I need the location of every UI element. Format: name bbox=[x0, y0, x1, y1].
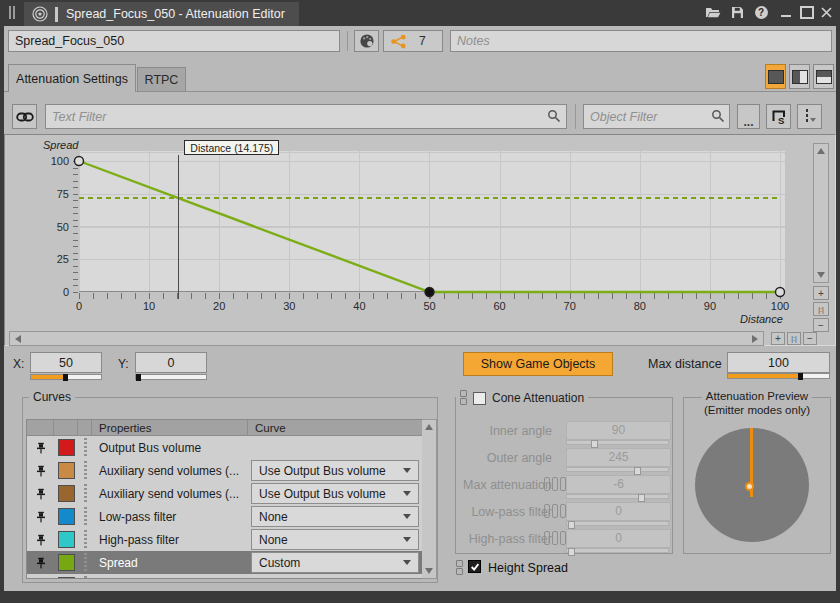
pin-icon[interactable] bbox=[27, 511, 54, 523]
curve-color-cell[interactable] bbox=[54, 485, 78, 502]
curve-row-output-bus-volume[interactable]: Output Bus volume bbox=[27, 436, 422, 459]
curve-color-cell[interactable] bbox=[54, 462, 78, 479]
graph-vertical-scrollbar[interactable] bbox=[813, 143, 829, 283]
pin-icon[interactable] bbox=[27, 534, 54, 546]
pin-icon[interactable] bbox=[27, 557, 54, 569]
object-filter-input[interactable] bbox=[583, 104, 730, 129]
curve-anchor-point[interactable] bbox=[776, 288, 785, 297]
save-icon[interactable] bbox=[728, 4, 746, 21]
curve-color-swatch[interactable] bbox=[58, 531, 75, 548]
curves-table-scrollbar[interactable] bbox=[422, 419, 437, 579]
tab-rtpc[interactable]: RTPC bbox=[137, 67, 186, 91]
curve-type-dropdown[interactable]: Custom bbox=[251, 552, 419, 573]
minimize-icon[interactable] bbox=[777, 4, 795, 21]
layout-horizontal-split-button[interactable] bbox=[813, 64, 834, 89]
scroll-up-arrow[interactable] bbox=[817, 148, 825, 154]
close-icon[interactable] bbox=[817, 4, 835, 21]
pin-icon[interactable] bbox=[27, 488, 54, 500]
zoom-fit-horizontal-button[interactable]: |:| bbox=[787, 332, 801, 345]
curve-row-partial[interactable] bbox=[27, 574, 422, 579]
scroll-down-arrow[interactable] bbox=[425, 568, 433, 574]
more-options-button[interactable]: ... bbox=[737, 104, 760, 129]
outer-angle-slider[interactable] bbox=[566, 467, 669, 472]
curve-color-swatch[interactable] bbox=[58, 577, 75, 579]
max-attenuation-field[interactable]: -6 bbox=[566, 475, 671, 494]
layout-single-pane-button[interactable] bbox=[765, 64, 786, 89]
max-distance-slider[interactable] bbox=[727, 373, 830, 379]
zoom-in-horizontal-button[interactable]: + bbox=[771, 332, 785, 345]
row-grip[interactable] bbox=[78, 461, 92, 480]
pin-icon[interactable] bbox=[27, 442, 54, 454]
inner-angle-slider[interactable] bbox=[566, 440, 669, 445]
slider-marker[interactable] bbox=[63, 374, 68, 381]
slider-marker[interactable] bbox=[634, 467, 641, 475]
rtpc-link-widget[interactable] bbox=[544, 531, 566, 545]
window-title-tab[interactable]: Spread_Focus_050 - Attenuation Editor bbox=[24, 2, 299, 26]
cone-attenuation-checkbox[interactable] bbox=[473, 392, 486, 405]
max-attenuation-slider[interactable] bbox=[566, 494, 669, 499]
show-game-objects-button[interactable]: Show Game Objects bbox=[463, 352, 613, 376]
row-grip[interactable] bbox=[78, 576, 92, 579]
open-icon[interactable] bbox=[704, 4, 722, 21]
curve-color-swatch[interactable] bbox=[58, 485, 75, 502]
curve-color-swatch[interactable] bbox=[58, 508, 75, 525]
curve-type-dropdown[interactable]: None bbox=[251, 529, 419, 550]
curve-color-cell[interactable] bbox=[54, 531, 78, 548]
row-grip[interactable] bbox=[78, 530, 92, 549]
layout-vertical-split-button[interactable] bbox=[789, 64, 810, 89]
sharesets-button[interactable]: 7 bbox=[383, 30, 443, 52]
color-palette-button[interactable] bbox=[354, 30, 379, 52]
link-indicator-button[interactable] bbox=[12, 104, 37, 129]
pin-icon[interactable] bbox=[27, 465, 54, 477]
y-coordinate-slider[interactable] bbox=[135, 374, 207, 380]
scroll-left-arrow[interactable] bbox=[15, 335, 21, 343]
text-filter-input[interactable] bbox=[45, 104, 567, 129]
cone-high-pass-field[interactable]: 0 bbox=[566, 529, 671, 548]
curve-color-cell[interactable] bbox=[54, 577, 78, 579]
curve-type-dropdown[interactable]: Use Output Bus volume bbox=[251, 460, 419, 481]
max-distance-input[interactable] bbox=[727, 352, 830, 373]
selection-channel-button[interactable]: S bbox=[766, 104, 791, 129]
rtpc-link-widget[interactable] bbox=[544, 477, 566, 491]
curve-anchor-point[interactable] bbox=[75, 157, 84, 166]
zoom-fit-vertical-button[interactable]: |:| bbox=[813, 302, 829, 316]
cone-low-pass-slider[interactable] bbox=[566, 521, 669, 526]
height-spread-checkbox[interactable] bbox=[468, 560, 481, 573]
scroll-right-arrow[interactable] bbox=[752, 335, 758, 343]
scroll-down-arrow[interactable] bbox=[817, 272, 825, 278]
slider-marker[interactable] bbox=[568, 521, 575, 529]
outer-angle-field[interactable]: 245 bbox=[566, 448, 671, 467]
inner-angle-field[interactable]: 90 bbox=[566, 421, 671, 440]
x-coordinate-input[interactable] bbox=[30, 352, 102, 373]
curve-row-aux-send-2[interactable]: Auxiliary send volumes (... Use Output B… bbox=[27, 482, 422, 505]
curve-color-cell[interactable] bbox=[54, 554, 78, 571]
curve-color-cell[interactable] bbox=[54, 439, 78, 456]
y-coordinate-input[interactable] bbox=[135, 352, 207, 373]
zoom-out-vertical-button[interactable]: − bbox=[813, 318, 829, 332]
attenuation-curve[interactable] bbox=[79, 161, 780, 292]
rtpc-link-widget[interactable] bbox=[456, 560, 463, 576]
dock-grip-icon[interactable] bbox=[9, 6, 17, 22]
scroll-up-arrow[interactable] bbox=[425, 424, 433, 430]
zoom-out-horizontal-button[interactable]: − bbox=[803, 332, 817, 345]
curve-anchor-point[interactable] bbox=[425, 288, 434, 297]
curve-row-low-pass-filter[interactable]: Low-pass filter None bbox=[27, 505, 422, 528]
curve-color-swatch[interactable] bbox=[58, 554, 75, 571]
slider-marker[interactable] bbox=[591, 440, 598, 448]
curve-type-dropdown[interactable]: None bbox=[251, 506, 419, 527]
row-grip[interactable] bbox=[78, 507, 92, 526]
zoom-in-vertical-button[interactable]: + bbox=[813, 286, 829, 300]
curve-row-high-pass-filter[interactable]: High-pass filter None bbox=[27, 528, 422, 551]
slider-marker[interactable] bbox=[798, 373, 803, 380]
object-name-input[interactable] bbox=[8, 30, 340, 52]
curve-color-swatch[interactable] bbox=[58, 439, 75, 456]
slider-marker[interactable] bbox=[638, 494, 645, 502]
row-grip[interactable] bbox=[78, 438, 92, 457]
cone-low-pass-field[interactable]: 0 bbox=[566, 502, 671, 521]
slider-marker[interactable] bbox=[136, 374, 141, 381]
curve-type-dropdown[interactable]: Use Output Bus volume bbox=[251, 483, 419, 504]
graph-horizontal-scrollbar[interactable] bbox=[9, 331, 764, 346]
rtpc-link-widget[interactable] bbox=[544, 504, 566, 518]
curve-row-spread[interactable]: Spread Custom bbox=[27, 551, 422, 574]
maximize-icon[interactable] bbox=[798, 4, 816, 21]
